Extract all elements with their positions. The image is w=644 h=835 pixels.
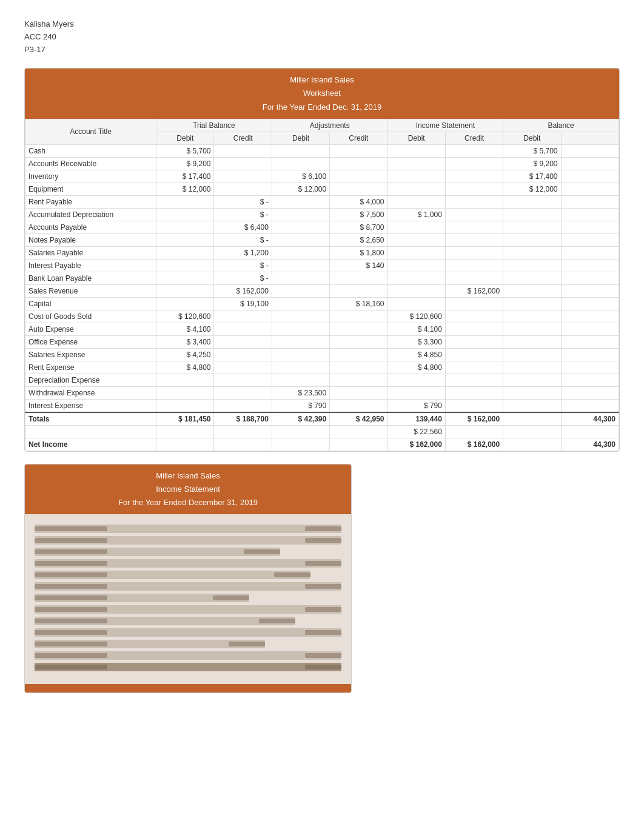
income-statement-header: Miller Island Sales Income Statement For… (25, 464, 351, 514)
income-statement-card: Miller Island Sales Income Statement For… (24, 464, 352, 693)
net-income-sub-row: $ 22,560 (25, 425, 619, 438)
worksheet-container: Miller Island Sales Worksheet For the Ye… (24, 68, 620, 451)
table-row: Capital$ 19,100$ 18,160 (25, 297, 619, 310)
col-header-adj-credit: Credit (330, 132, 387, 144)
col-header-income-statement: Income Statement (387, 119, 503, 132)
col-header-bal-debit: Debit (503, 132, 561, 144)
table-row: Depreciation Expense (25, 374, 619, 386)
table-row: Accounts Receivable$ 9,200$ 9,200 (25, 157, 619, 170)
income-statement-body (25, 514, 351, 684)
table-row: Interest Payable$ -$ 140 (25, 259, 619, 272)
table-row: Withdrawal Expense$ 23,500 (25, 386, 619, 399)
table-row: Rent Payable$ -$ 4,000 (25, 195, 619, 208)
col-header-adjustments: Adjustments (272, 119, 387, 132)
table-row: Office Expense$ 3,400$ 3,300 (25, 335, 619, 348)
student-name: Kalisha Myers (24, 18, 620, 31)
table-row: Notes Payable$ -$ 2,650 (25, 233, 619, 246)
worksheet-company: Miller Island Sales (27, 73, 617, 87)
table-row: Accounts Payable$ 6,400$ 8,700 (25, 221, 619, 233)
col-header-bal-credit (561, 132, 619, 144)
table-row: Accumulated Depreciation$ -$ 7,500$ 1,00… (25, 208, 619, 221)
worksheet-title: Worksheet (27, 87, 617, 100)
col-header-is-credit: Credit (445, 132, 503, 144)
worksheet-header: Miller Island Sales Worksheet For the Ye… (25, 69, 619, 118)
worksheet-period: For the Year Ended Dec. 31, 2019 (27, 101, 617, 114)
income-company: Miller Island Sales (27, 469, 349, 483)
col-header-adj-debit: Debit (272, 132, 329, 144)
table-row: Auto Expense$ 4,100$ 4,100 (25, 323, 619, 335)
student-assignment: P3-17 (24, 44, 620, 56)
income-title: Income Statement (27, 483, 349, 496)
income-period: For the Year Ended December 31, 2019 (27, 496, 349, 509)
student-course: ACC 240 (24, 31, 620, 44)
col-header-tb-debit: Debit (156, 132, 214, 144)
table-row: Salaries Expense$ 4,250$ 4,850 (25, 348, 619, 361)
student-info: Kalisha Myers ACC 240 P3-17 (24, 18, 620, 56)
totals-row: Totals$ 181,450$ 188,700$ 42,390$ 42,950… (25, 412, 619, 426)
col-header-account: Account Title (25, 119, 156, 144)
table-row: Interest Expense$ 790$ 790 (25, 399, 619, 412)
table-row: Cash$ 5,700$ 5,700 (25, 144, 619, 157)
table-row: Rent Expense$ 4,800$ 4,800 (25, 361, 619, 374)
worksheet-table: Account Title Trial Balance Adjustments … (25, 119, 619, 451)
col-header-tb-credit: Credit (214, 132, 272, 144)
net-income-row: Net Income$ 162,000$ 162,00044,300 (25, 438, 619, 451)
table-row: Bank Loan Payable$ - (25, 272, 619, 284)
col-header-is-debit: Debit (387, 132, 445, 144)
table-row: Equipment$ 12,000$ 12,000$ 12,000 (25, 183, 619, 195)
table-row: Sales Revenue$ 162,000$ 162,000 (25, 284, 619, 297)
col-header-trial-balance: Trial Balance (156, 119, 272, 132)
table-row: Cost of Goods Sold$ 120,600$ 120,600 (25, 310, 619, 323)
table-row: Inventory$ 17,400$ 6,100$ 17,400 (25, 170, 619, 183)
table-row: Salaries Payable$ 1,200$ 1,800 (25, 246, 619, 259)
income-statement-footer (25, 684, 351, 692)
col-header-balance: Balance (503, 119, 619, 132)
